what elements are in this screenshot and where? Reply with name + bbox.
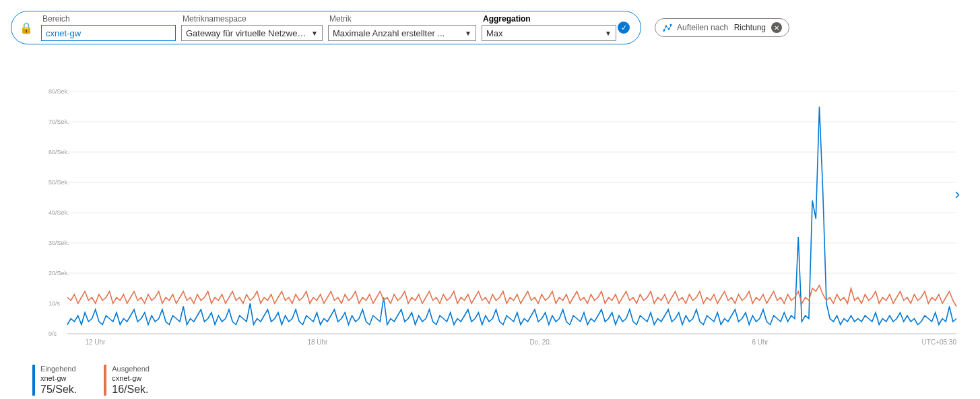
split-scatter-icon: [662, 22, 673, 33]
svg-text:60/Sek.: 60/Sek.: [48, 149, 69, 155]
legend-item-ausgehend[interactable]: Ausgehend cxnet-gw 16/Sek.: [104, 365, 150, 396]
legend-value: 16/Sek.: [112, 384, 150, 396]
svg-text:80/Sek.: 80/Sek.: [48, 88, 69, 95]
chevron-down-icon: ▼: [465, 30, 471, 37]
svg-text:Do, 20.: Do, 20.: [529, 338, 551, 346]
chevron-down-icon: ▼: [605, 30, 612, 37]
chevron-down-icon: ▼: [311, 30, 318, 37]
legend-sub: cxnet-gw: [112, 374, 150, 382]
scope-field: Bereich cxnet-gw: [41, 14, 176, 41]
namespace-label: Metriknamespace: [181, 14, 323, 24]
metric-select[interactable]: Maximale Anzahl erstellter ... ▼: [328, 25, 476, 41]
close-icon[interactable]: ✕: [771, 22, 782, 33]
namespace-field: Metriknamespace Gateway für virtuelle Ne…: [181, 14, 323, 41]
confirm-check-icon[interactable]: ✓: [618, 22, 630, 34]
legend-label: Ausgehend: [112, 365, 150, 373]
split-label: Aufteilen nach: [677, 23, 728, 32]
svg-text:UTC+05:30: UTC+05:30: [922, 338, 957, 346]
svg-text:50/Sek.: 50/Sek.: [48, 179, 69, 186]
svg-text:70/Sek.: 70/Sek.: [48, 118, 69, 125]
svg-text:30/Sek.: 30/Sek.: [48, 240, 69, 246]
lock-icon: 🔒: [17, 22, 36, 34]
legend-swatch-orange: [104, 365, 106, 396]
metric-field: Metrik Maximale Anzahl erstellter ... ▼: [328, 14, 476, 41]
svg-text:18 Uhr: 18 Uhr: [307, 338, 328, 346]
metric-line-chart[interactable]: 0/s10/s20/Sek.30/Sek.40/Sek.50/Sek.60/Se…: [27, 85, 963, 354]
svg-text:0/s: 0/s: [48, 330, 57, 337]
aggregation-select[interactable]: Max ▼: [482, 25, 616, 41]
legend-item-eingehend[interactable]: Eingehend xnet-gw 75/Sek.: [32, 365, 77, 396]
aggregation-label: Aggregation: [482, 14, 616, 24]
scope-label: Bereich: [41, 14, 176, 24]
legend-label: Eingehend: [40, 365, 77, 373]
aggregation-field: Aggregation Max ▼: [482, 14, 616, 41]
metric-definition-pill: 🔒 Bereich cxnet-gw Metriknamespace Gatew…: [11, 11, 641, 44]
svg-text:40/Sek.: 40/Sek.: [48, 209, 69, 216]
metric-toolbar: 🔒 Bereich cxnet-gw Metriknamespace Gatew…: [11, 11, 969, 44]
legend-swatch-blue: [32, 365, 35, 396]
metric-label: Metrik: [328, 14, 476, 24]
svg-text:6 Uhr: 6 Uhr: [752, 338, 769, 346]
chevron-right-icon[interactable]: ›: [955, 186, 960, 203]
svg-text:20/Sek.: 20/Sek.: [48, 270, 69, 277]
legend: Eingehend xnet-gw 75/Sek. Ausgehend cxne…: [32, 365, 969, 396]
chart-container: 0/s10/s20/Sek.30/Sek.40/Sek.50/Sek.60/Se…: [27, 85, 956, 354]
split-value: Richtung: [734, 23, 766, 32]
legend-value: 75/Sek.: [40, 384, 77, 396]
split-by-chip[interactable]: Aufteilen nach Richtung ✕: [655, 18, 789, 37]
svg-text:10/s: 10/s: [48, 300, 61, 307]
svg-text:12 Uhr: 12 Uhr: [85, 338, 106, 346]
legend-sub: xnet-gw: [40, 374, 77, 382]
namespace-select[interactable]: Gateway für virtuelle Netzwerke ▼: [181, 25, 323, 41]
scope-input[interactable]: cxnet-gw: [41, 25, 176, 41]
